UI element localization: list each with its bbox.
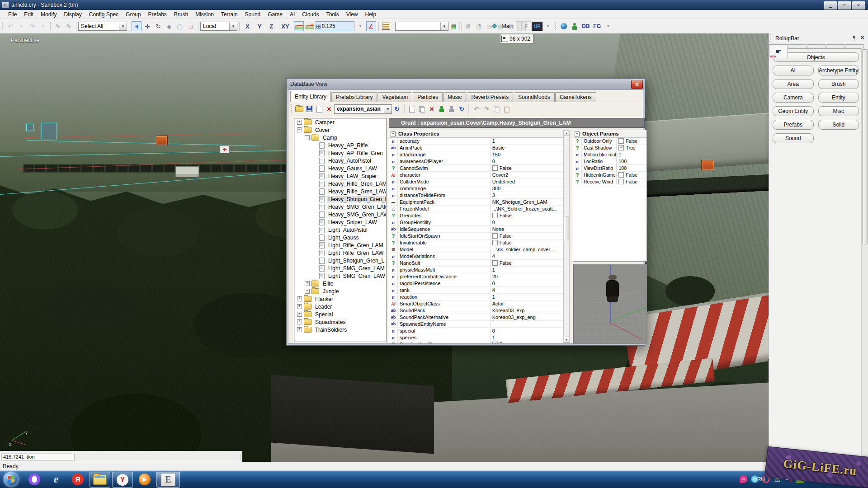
unfreeze-button[interactable]: UF xyxy=(532,22,542,31)
load-library-icon[interactable] xyxy=(295,104,304,113)
expand-toggle[interactable]: + xyxy=(297,304,302,309)
property-row-outdoor-only[interactable]: ?Outdoor OnlyFalse xyxy=(573,138,646,145)
property-row-cast-shadow[interactable]: ?Cast Shadow✓True xyxy=(573,145,646,151)
menu-file[interactable]: File xyxy=(5,10,20,19)
dialog-tab-vegetation[interactable]: Vegetation xyxy=(377,92,412,102)
class-properties-header[interactable]: − Class Properties xyxy=(389,130,564,138)
dialog-titlebar[interactable]: DataBase View ✕ xyxy=(287,79,645,89)
dialog-tab-reverb-presets[interactable]: Reverb Presets xyxy=(467,92,513,102)
property-value[interactable]: ...\nk_soldier_camp_cover_... xyxy=(491,246,564,253)
window-titlebar[interactable]: E airfield.cry - Sandbox 2 (tm) ▁ ▢ ✕ xyxy=(0,0,868,10)
property-row-equipmentpack[interactable]: ▬EquipmentPackNK_Shotgun_Gren_LAM xyxy=(389,199,564,206)
menu-config-spec[interactable]: Config Spec xyxy=(85,10,122,19)
tree-item-heavy-gauss-law[interactable]: Heavy_Gauss_LAW xyxy=(294,164,386,172)
grid-dropdown-icon[interactable]: ▾ xyxy=(355,21,365,31)
checkbox-unchecked[interactable] xyxy=(492,260,498,266)
property-value[interactable]: False xyxy=(491,165,564,171)
scroll-up-icon[interactable]: ▲ xyxy=(564,130,569,136)
tree-item-heavy-smg-gren-law[interactable]: Heavy_SMG_Gren_LAW xyxy=(294,211,386,218)
menu-clouds[interactable]: Clouds xyxy=(298,10,322,19)
object-button-misc[interactable]: Misc xyxy=(818,106,859,116)
property-value[interactable]: Undefined xyxy=(491,178,564,185)
combo-arrow-icon[interactable]: ▼ xyxy=(384,105,392,113)
property-value[interactable]: 4 xyxy=(491,253,564,259)
dialog-tab-soundmoods[interactable]: SoundMoods xyxy=(514,92,555,102)
tree-item-heavy-ap-rifle-gren[interactable]: Heavy_AP_Rifle_Gren xyxy=(294,149,386,157)
redo-icon[interactable] xyxy=(482,104,491,113)
property-row-motion-blur-mult[interactable]: nMotion blur mult1 xyxy=(573,151,646,158)
object-button-archetype-entity[interactable]: Archetype Entity xyxy=(818,66,859,75)
tree-item-heavy-ap-rifle[interactable]: Heavy_AP_Rifle xyxy=(294,141,386,149)
rollup-scrollbar[interactable] xyxy=(861,48,868,462)
property-value[interactable]: 4 xyxy=(491,287,564,293)
property-value[interactable]: NK_Shotgun_Gren_LAM xyxy=(491,199,564,205)
object-button-ai[interactable]: AI xyxy=(773,66,814,75)
axis-button-xy[interactable]: XY xyxy=(278,21,292,31)
property-row-commrange[interactable]: ncommrange300 xyxy=(389,185,564,192)
property-row-lodratio[interactable]: nLodRatio100 xyxy=(573,158,646,165)
property-value[interactable]: False xyxy=(491,212,564,219)
tree-item-jungle[interactable]: +Jungle xyxy=(294,287,386,295)
paste-icon[interactable] xyxy=(502,104,511,113)
object-button-entity[interactable]: Entity xyxy=(818,93,859,103)
tree-item-special[interactable]: +Special xyxy=(294,310,386,318)
align-icon[interactable] xyxy=(474,21,484,31)
checkbox-unchecked[interactable] xyxy=(492,213,498,218)
menu-display[interactable]: Display xyxy=(60,10,85,19)
tree-item-elite[interactable]: +Elite xyxy=(294,280,386,287)
update-tray-icon[interactable]: ↓ xyxy=(751,475,759,483)
terrain-follow-icon[interactable] xyxy=(294,21,304,31)
expand-toggle[interactable]: + xyxy=(297,120,302,125)
tree-item-cover[interactable]: −Cover xyxy=(294,126,386,134)
property-row-modelvariations[interactable]: nModelVariations4 xyxy=(389,253,564,260)
checkbox-checked[interactable]: ✓ xyxy=(492,342,498,344)
checkbox-unchecked[interactable] xyxy=(618,138,624,144)
property-value[interactable]: ✓True xyxy=(491,341,564,344)
tree-item-flanker[interactable]: +Flanker xyxy=(294,295,386,303)
taskbar-yandex-browser[interactable]: Y xyxy=(112,472,133,488)
redo-dropdown-icon[interactable]: ▾ xyxy=(38,21,48,31)
axis-button-y[interactable]: Y xyxy=(254,21,265,31)
flowgraph-button[interactable]: FG xyxy=(591,23,603,29)
tree-item-light-gauss[interactable]: Light_Gauss xyxy=(294,234,386,241)
property-row-character[interactable]: AicharacterCover2 xyxy=(389,172,564,178)
property-value[interactable]: Basic xyxy=(491,145,564,151)
undo-dropdown-icon[interactable]: ▾ xyxy=(16,21,26,31)
redo-icon[interactable] xyxy=(27,21,37,31)
property-value[interactable]: 1 xyxy=(491,294,564,300)
scroll-down-icon[interactable]: ▼ xyxy=(564,337,569,343)
property-row-hiddeningame[interactable]: ?HiddenInGameFalse xyxy=(573,172,646,178)
property-value[interactable] xyxy=(491,321,564,327)
angle-snap-icon[interactable] xyxy=(366,21,376,31)
tree-item-heavy-sniper-law[interactable]: Heavy_Sniper_LAW xyxy=(294,218,386,226)
property-row-grouphostility[interactable]: nGroupHostility0 xyxy=(389,219,564,226)
combo-arrow-icon[interactable]: ▼ xyxy=(229,22,237,30)
checkbox-unchecked[interactable] xyxy=(492,165,498,171)
menu-mission[interactable]: Mission xyxy=(192,10,217,19)
properties-scrollbar[interactable]: ▲ ▼ xyxy=(563,130,570,343)
axis-button-x[interactable]: X xyxy=(242,21,253,31)
property-value[interactable]: False xyxy=(491,260,564,266)
property-value[interactable]: Korean03_exp xyxy=(491,307,564,314)
taskbar-internet-explorer[interactable]: e xyxy=(47,472,65,487)
property-row-ragdollpersistence[interactable]: nragdollPersistence0 xyxy=(389,280,564,287)
combo-arrow-icon[interactable]: ▼ xyxy=(440,22,448,30)
viewport-mode-label[interactable]: Perspective xyxy=(11,37,39,43)
property-row-special[interactable]: nspecial0 xyxy=(389,328,564,334)
tree-item-camp[interactable]: −Camp xyxy=(294,134,386,141)
property-row-viewdistratio[interactable]: nViewDistRatio100 xyxy=(573,165,646,172)
property-value[interactable]: False xyxy=(617,172,646,178)
rotate-tool-icon[interactable] xyxy=(153,21,163,31)
object-button-area[interactable]: Area xyxy=(773,79,814,89)
tree-item-leader[interactable]: +Leader xyxy=(294,303,386,310)
tree-item-heavy-shotgun-gren-lam[interactable]: Heavy_Shotgun_Gren_LAM xyxy=(294,195,386,203)
checkbox-unchecked[interactable] xyxy=(492,233,498,239)
undo-icon[interactable] xyxy=(472,104,481,113)
property-row-attackrange[interactable]: nattackrange150 xyxy=(389,151,564,158)
freeze-button[interactable]: F xyxy=(521,21,531,31)
property-value[interactable]: 100 xyxy=(617,165,646,171)
property-value[interactable]: 1 xyxy=(491,267,564,273)
dialog-tab-gametokens[interactable]: GameTokens xyxy=(555,92,596,102)
ds-tray-icon[interactable]: ds xyxy=(740,475,747,483)
property-row-physicmassmult[interactable]: nphysicMassMult1 xyxy=(389,267,564,273)
